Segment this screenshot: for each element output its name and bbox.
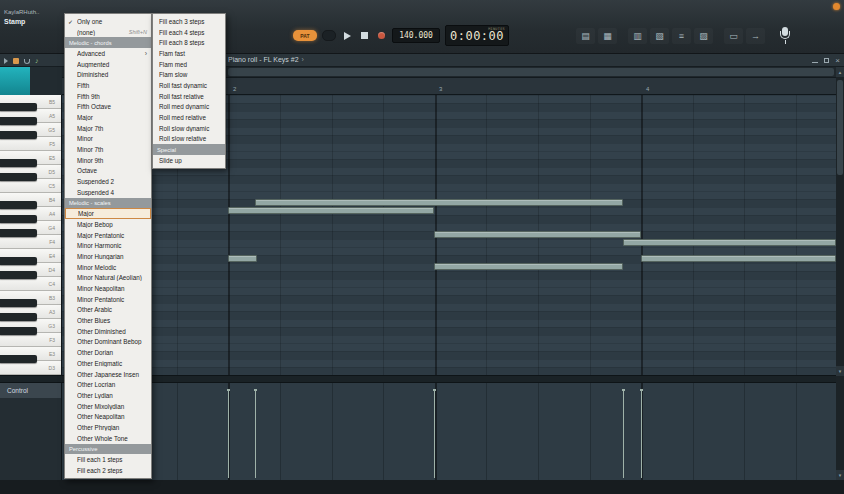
note-bar[interactable] — [623, 239, 836, 246]
menu-item-other-blues[interactable]: Other Blues — [65, 315, 151, 326]
menu-item-suspended-2[interactable]: Suspended 2 — [65, 176, 151, 187]
piano-key-c5[interactable]: C5 — [0, 179, 62, 193]
menu-item-minor-neapolitan[interactable]: Minor Neapolitan — [65, 283, 151, 294]
scroll-up-icon[interactable]: ▴ — [836, 67, 844, 77]
stamp-tool-icon[interactable] — [13, 58, 19, 64]
menu-item-minor-7th[interactable]: Minor 7th — [65, 144, 151, 155]
control-target-selector[interactable]: Control — [0, 383, 61, 398]
menu-item-fill-each-8-steps[interactable]: Fill each 8 steps — [153, 37, 225, 48]
menu-item-other-dorian[interactable]: Other Dorian — [65, 347, 151, 358]
piano-key-c4[interactable]: C4 — [0, 277, 62, 291]
performance-mode-icon[interactable]: → — [746, 28, 765, 44]
menu-item-octave[interactable]: Octave — [65, 166, 151, 177]
mixer-icon[interactable]: ≡ — [672, 28, 691, 44]
menu-item-minor-hungarian[interactable]: Minor Hungarian — [65, 251, 151, 262]
velocity-cap[interactable] — [254, 389, 257, 391]
menu-item-minor-melodic[interactable]: Minor Melodic — [65, 262, 151, 273]
tempo-display[interactable]: 140.000 — [392, 28, 440, 43]
piano-key-black[interactable] — [0, 355, 37, 363]
pattern-mode-toggle[interactable]: PAT — [293, 30, 317, 41]
plugin-picker-icon[interactable]: ▨ — [694, 28, 713, 44]
time-display[interactable]: 0:00:00 MINUTES — [445, 25, 509, 46]
title-arrow-icon[interactable]: › — [302, 56, 304, 63]
browser-icon[interactable]: ▧ — [650, 28, 669, 44]
piano-key-black[interactable] — [0, 173, 37, 181]
menu-item-other-lydian[interactable]: Other Lydian — [65, 390, 151, 401]
velocity-line[interactable] — [255, 391, 256, 478]
vertical-scrollbar[interactable]: ▴ ▾ ▾ — [836, 67, 844, 480]
note-bar[interactable] — [255, 199, 623, 206]
menu-item-fill-each-1-steps[interactable]: Fill each 1 steps — [65, 454, 151, 465]
menu-item-fifth[interactable]: Fifth — [65, 80, 151, 91]
menu-item-other-neapolitan[interactable]: Other Neapolitan — [65, 411, 151, 422]
minimize-icon[interactable] — [812, 62, 818, 63]
channel-color-strip[interactable] — [0, 67, 30, 95]
menu-item-minor-9th[interactable]: Minor 9th — [65, 155, 151, 166]
velocity-line[interactable] — [434, 391, 435, 478]
menu-item-roll-fast-relative[interactable]: Roll fast relative — [153, 91, 225, 102]
menu-item-diminished[interactable]: Diminished — [65, 69, 151, 80]
piano-key-black[interactable] — [0, 159, 37, 167]
velocity-cap[interactable] — [640, 389, 643, 391]
piano-roll-icon[interactable]: ▥ — [628, 28, 647, 44]
channel-rack-icon[interactable]: ▦ — [598, 28, 617, 44]
piano-key-black[interactable] — [0, 131, 37, 139]
note-bar[interactable] — [434, 231, 641, 238]
menu-item-other-japanese-insen[interactable]: Other Japanese Insen — [65, 369, 151, 380]
snap-magnet-icon[interactable] — [24, 59, 30, 64]
piano-key-f4[interactable]: F4 — [0, 235, 62, 249]
note-bar[interactable] — [434, 263, 623, 270]
microphone-icon[interactable] — [776, 26, 794, 46]
piano-key-black[interactable] — [0, 299, 37, 307]
note-bar[interactable] — [228, 255, 257, 262]
touch-controller-icon[interactable]: ▭ — [724, 28, 743, 44]
menu-item-roll-slow-relative[interactable]: Roll slow relative — [153, 134, 225, 145]
options-menu-icon[interactable] — [4, 58, 8, 64]
play-button[interactable] — [341, 29, 353, 42]
piano-key-f3[interactable]: F3 — [0, 333, 62, 347]
menu-item-other-arabic[interactable]: Other Arabic — [65, 305, 151, 316]
piano-key-black[interactable] — [0, 103, 37, 111]
menu-item-fill-each-3-steps[interactable]: Fill each 3 steps — [153, 16, 225, 27]
menu-item-other-enigmatic[interactable]: Other Enigmatic — [65, 358, 151, 369]
menu-item-fifth-9th[interactable]: Fifth 9th — [65, 91, 151, 102]
menu-item-slide-up[interactable]: Slide up — [153, 155, 225, 166]
velocity-line[interactable] — [228, 391, 229, 478]
menu-item-flam-med[interactable]: Flam med — [153, 59, 225, 70]
menu-item-suspended-4[interactable]: Suspended 4 — [65, 187, 151, 198]
hscroll-thumb[interactable] — [228, 68, 834, 76]
vscroll-thumb[interactable] — [837, 80, 843, 175]
menu-item-minor-natural-aeolian[interactable]: Minor Natural (Aeolian) — [65, 273, 151, 284]
menu-item-other-phrygian[interactable]: Other Phrygian — [65, 422, 151, 433]
lane-scroll-down-icon[interactable]: ▾ — [836, 470, 844, 480]
piano-key-black[interactable] — [0, 229, 37, 237]
piano-key-black[interactable] — [0, 327, 37, 335]
stop-button[interactable] — [358, 29, 370, 42]
menu-item-augmented[interactable]: Augmented — [65, 59, 151, 70]
menu-item-only-one[interactable]: ✓Only one — [65, 16, 151, 27]
piano-key-black[interactable] — [0, 313, 37, 321]
velocity-cap[interactable] — [622, 389, 625, 391]
menu-item-fill-each-2-steps[interactable]: Fill each 2 steps — [65, 465, 151, 476]
record-button[interactable] — [375, 29, 387, 42]
note-bar[interactable] — [228, 207, 434, 214]
piano-key-black[interactable] — [0, 257, 37, 265]
velocity-lane[interactable] — [62, 383, 836, 480]
playlist-icon[interactable]: ▤ — [576, 28, 595, 44]
velocity-line[interactable] — [641, 391, 642, 478]
piano-key-f5[interactable]: F5 — [0, 137, 62, 151]
close-icon[interactable]: × — [835, 57, 840, 65]
menu-item-roll-med-dynamic[interactable]: Roll med dynamic — [153, 102, 225, 113]
menu-item-roll-fast-dynamic[interactable]: Roll fast dynamic — [153, 80, 225, 91]
menu-item-other-locrian[interactable]: Other Locrian — [65, 379, 151, 390]
menu-item-flam-fast[interactable]: Flam fast — [153, 48, 225, 59]
menu-item-roll-med-relative[interactable]: Roll med relative — [153, 112, 225, 123]
menu-item-fifth-octave[interactable]: Fifth Octave — [65, 102, 151, 113]
menu-item-other-diminished[interactable]: Other Diminished — [65, 326, 151, 337]
menu-item-major[interactable]: Major — [65, 112, 151, 123]
menu-item-fill-each-4-steps[interactable]: Fill each 4 steps — [153, 27, 225, 38]
piano-key-black[interactable] — [0, 271, 37, 279]
velocity-cap[interactable] — [227, 389, 230, 391]
menu-item-major-7th[interactable]: Major 7th — [65, 123, 151, 134]
menu-item-other-whole-tone[interactable]: Other Whole Tone — [65, 433, 151, 444]
